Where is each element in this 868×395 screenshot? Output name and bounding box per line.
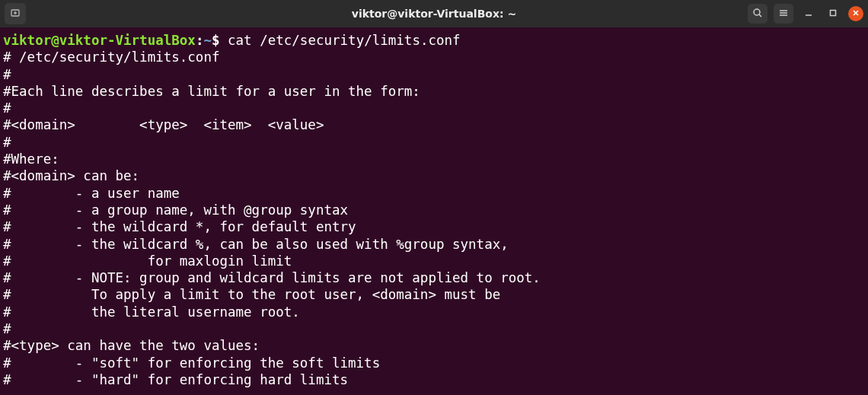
output-line: # - the wildcard %, can be also used wit…: [3, 237, 509, 252]
new-tab-button[interactable]: [5, 3, 26, 24]
output-line: # - NOTE: group and wildcard limits are …: [3, 270, 541, 285]
maximize-icon: [828, 8, 838, 20]
output-line: #: [3, 135, 11, 150]
output-line: #Each line describes a limit for a user …: [3, 84, 420, 99]
search-button[interactable]: [748, 4, 767, 24]
prompt-colon: :: [196, 33, 204, 48]
maximize-button[interactable]: [824, 5, 842, 23]
output-line: # - "soft" for enforcing the soft limits: [3, 355, 380, 371]
prompt-dollar: $: [212, 33, 220, 48]
output-line: #<domain> <type> <item> <value>: [3, 117, 324, 132]
svg-rect-9: [831, 11, 836, 16]
window-title: viktor@viktor-VirtualBox: ~: [0, 8, 868, 20]
prompt-user-host: viktor@viktor-VirtualBox: [3, 33, 196, 48]
output-line: #: [3, 100, 11, 116]
minimize-button[interactable]: [799, 5, 818, 23]
new-tab-icon: [10, 8, 21, 21]
minimize-icon: [804, 8, 813, 20]
output-line: # for maxlogin limit: [3, 253, 292, 269]
hamburger-icon: [778, 8, 789, 21]
window-titlebar: viktor@viktor-VirtualBox: ~: [0, 0, 868, 27]
titlebar-left-controls: [5, 3, 26, 24]
output-line: # the literal username root.: [3, 304, 300, 320]
output-line: #: [3, 67, 11, 82]
prompt-path: ~: [203, 33, 212, 48]
search-icon: [752, 8, 763, 21]
output-line: #<domain> can be:: [3, 168, 139, 183]
output-line: # /etc/security/limits.conf: [3, 49, 219, 65]
output-line: # To apply a limit to the root user, <do…: [3, 287, 500, 302]
output-line: #<type> can have the two values:: [3, 338, 260, 353]
output-line: # - the wildcard *, for default entry: [3, 219, 356, 234]
command-text: cat /etc/security/limits.conf: [220, 33, 461, 48]
svg-line-4: [759, 14, 761, 17]
close-button[interactable]: [848, 6, 863, 21]
output-line: # - a user name: [3, 186, 180, 201]
svg-point-3: [754, 9, 760, 15]
titlebar-right-controls: [748, 4, 863, 24]
terminal-area[interactable]: viktor@viktor-VirtualBox:~$ cat /etc/sec…: [0, 27, 868, 388]
output-line: #: [3, 321, 11, 336]
output-line: #Where:: [3, 151, 59, 167]
menu-button[interactable]: [774, 4, 793, 24]
close-icon: [852, 9, 860, 18]
output-line: # - a group name, with @group syntax: [3, 202, 348, 218]
output-line: # - "hard" for enforcing hard limits: [3, 372, 348, 387]
